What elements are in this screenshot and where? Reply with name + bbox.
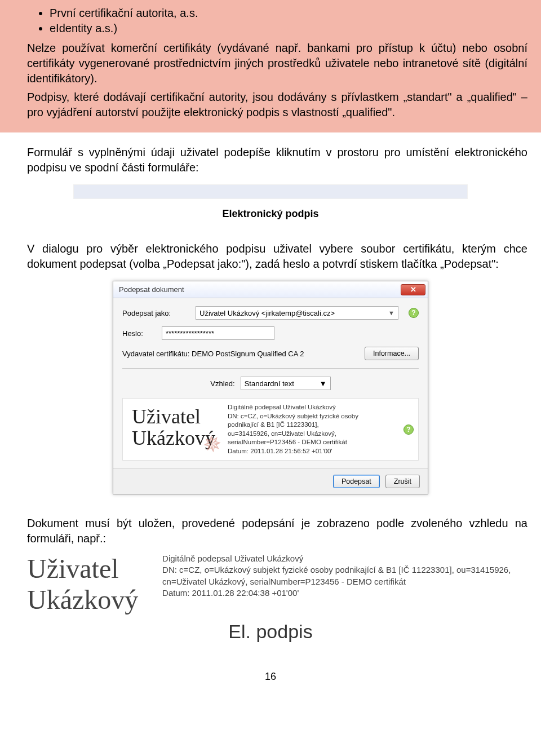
- signature-preview: Uživatel Ukázkový ✵ Digitálně podepsal U…: [122, 398, 419, 461]
- signature-caption: El. podpis: [0, 621, 541, 643]
- chevron-down-icon: ▼: [320, 379, 327, 388]
- sign-as-dropdown[interactable]: Uživatel Ukázkový <jirkatemp@tiscali.cz>…: [196, 306, 398, 320]
- signature-preview-name: Uživatel Ukázkový ✵: [127, 403, 220, 456]
- dialog-titlebar: Podepsat dokument ✕: [113, 281, 428, 298]
- sign-as-value: Uživatel Ukázkový <jirkatemp@tiscali.cz>: [199, 309, 335, 317]
- appearance-value: Standardní text: [245, 379, 294, 388]
- help-icon[interactable]: ?: [403, 425, 414, 435]
- signature-placeholder-screenshot: Elektronický podpis: [73, 184, 468, 220]
- signature-display: Uživatel Ukázkový Digitálně podepsal Uži…: [27, 553, 514, 615]
- highlight-paragraph: Podpisy, které dodávají certifikační aut…: [27, 90, 527, 120]
- signature-placeholder-area: [73, 184, 468, 199]
- highlight-box: První certifikační autorita, a.s. eIdent…: [0, 0, 541, 132]
- appearance-label: Vzhled:: [210, 379, 234, 388]
- divider: [122, 368, 419, 369]
- preview-name-line: Uživatel: [132, 405, 201, 428]
- page-number: 16: [0, 671, 541, 694]
- chevron-down-icon: ▼: [388, 310, 394, 316]
- ribbon-icon: ✵: [201, 432, 224, 458]
- highlight-paragraph: Nelze používat komerční certifikáty (vyd…: [27, 41, 527, 86]
- signature-name: Uživatel Ukázkový: [27, 553, 151, 615]
- list-item: První certifikační autorita, a.s.: [50, 7, 527, 20]
- signature-detail-line: DN: c=CZ, o=Ukázkový subjekt fyzické oso…: [162, 564, 514, 587]
- password-input[interactable]: *****************: [162, 326, 274, 340]
- signature-preview-details: Digitálně podepsal Uživatel Ukázkový DN:…: [228, 403, 391, 456]
- signature-detail-line: Digitálně podepsal Uživatel Ukázkový: [162, 553, 514, 564]
- cancel-button[interactable]: Zrušit: [385, 475, 420, 488]
- signature-details: Digitálně podepsal Uživatel Ukázkový DN:…: [162, 553, 514, 599]
- dialog-title: Podepsat dokument: [119, 285, 184, 294]
- paragraph: Formulář s vyplněnými údaji uživatel pod…: [0, 132, 541, 175]
- preview-detail-line: Digitálně podepsal Uživatel Ukázkový: [228, 403, 391, 412]
- password-label: Heslo:: [122, 329, 156, 338]
- preview-detail-line: Datum: 2011.01.28 21:56:52 +01'00': [228, 447, 391, 456]
- list-item: eIdentity a.s.): [50, 22, 527, 35]
- preview-detail-line: DN: c=CZ, o=Ukázkový subjekt fyzické oso…: [228, 412, 391, 430]
- appearance-dropdown[interactable]: Standardní text ▼: [241, 377, 331, 390]
- help-icon[interactable]: ?: [409, 308, 419, 318]
- close-button[interactable]: ✕: [401, 284, 425, 295]
- preview-detail-line: ou=31415926, cn=Uživatel Ukázkový, seria…: [228, 430, 391, 447]
- paragraph: Dokument musí být uložen, provedené pode…: [0, 503, 541, 546]
- info-button[interactable]: Informace...: [365, 347, 419, 360]
- signature-detail-line: Datum: 2011.01.28 22:04:38 +01'00': [162, 587, 514, 599]
- password-value: *****************: [166, 329, 214, 338]
- sign-button[interactable]: Podepsat: [333, 475, 380, 488]
- bullet-list: První certifikační autorita, a.s. eIdent…: [50, 7, 527, 35]
- signature-placeholder-caption: Elektronický podpis: [73, 208, 468, 220]
- paragraph: V dialogu pro výběr elektronického podpi…: [0, 229, 541, 272]
- sign-dialog: Podepsat dokument ✕ Podepsat jako: Uživa…: [113, 281, 428, 494]
- issuer-label: Vydavatel certifikátu: DEMO PostSignum Q…: [122, 350, 304, 358]
- sign-as-label: Podepsat jako:: [122, 309, 190, 317]
